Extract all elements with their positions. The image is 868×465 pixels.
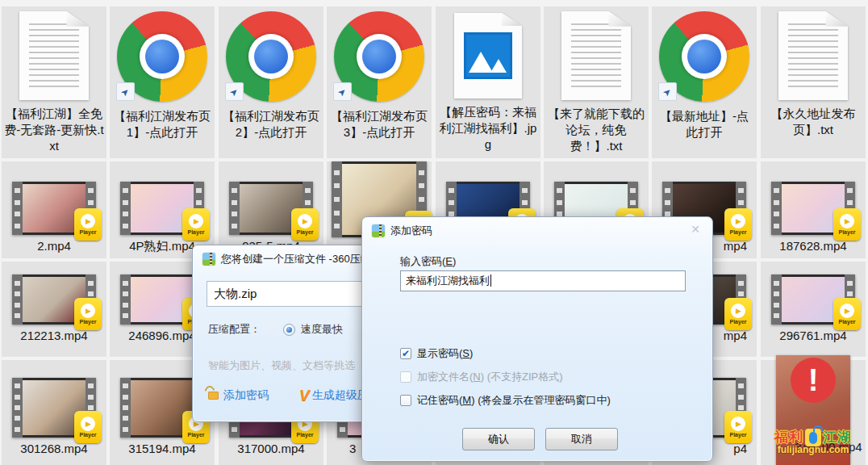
- player-badge[interactable]: ▶Player: [74, 411, 102, 443]
- film-sprocket-hole: [774, 224, 779, 228]
- desktop-file-tile[interactable]: 【解压密码：来福利江湖找福利】.jpg: [436, 6, 540, 158]
- file-name: 【解压密码：来福利江湖找福利】.jpg: [436, 104, 540, 153]
- film-thumbnail[interactable]: ▶Player: [229, 182, 313, 235]
- checkbox-row-1[interactable]: 加密文件名(N) (不支持ZIP格式): [400, 370, 611, 384]
- checkbox-row-0[interactable]: ✔显示密码(S): [400, 346, 611, 361]
- film-sprocket-hole: [15, 395, 20, 400]
- checkbox-label: 显示密码(S): [417, 346, 473, 361]
- film-sprocket-hole: [738, 383, 744, 388]
- desktop-file-tile[interactable]: ➤【福利江湖发布页2】-点此打开: [219, 6, 323, 158]
- player-badge[interactable]: ▶Player: [833, 298, 861, 330]
- play-icon: ▶: [731, 214, 745, 228]
- film-sprocket-hole: [847, 200, 853, 205]
- checkbox-label: 加密文件名(N) (不支持ZIP格式): [417, 370, 563, 384]
- video-file-tile[interactable]: !340700.mp4福利江湖fulijianghu.com: [761, 360, 866, 465]
- mouse-icon: [805, 429, 821, 446]
- 360zip-icon: [202, 253, 215, 266]
- film-sprocket-hole: [88, 383, 94, 388]
- play-icon: ▶: [840, 214, 854, 228]
- film-sprocket-hole: [522, 188, 528, 193]
- checkbox-row-2[interactable]: 记住密码(M) (将会显示在管理密码窗口中): [400, 393, 611, 408]
- film-sprocket-hole: [123, 427, 128, 432]
- desktop-file-tile[interactable]: ➤【福利江湖发布页3】-点此打开: [327, 6, 432, 158]
- desktop-file-tile[interactable]: 【来了就能下载的论坛，纯免费！】.txt: [544, 6, 649, 158]
- player-badge[interactable]: ▶Player: [291, 208, 319, 241]
- fastest-speed-radio[interactable]: [283, 324, 295, 336]
- 360zip-icon: [372, 224, 385, 237]
- film-sprocket-hole: [774, 212, 779, 216]
- film-sprocket-hole: [774, 303, 779, 308]
- film-sprocket-hole: [88, 281, 94, 286]
- film-sprocket-hole: [123, 395, 128, 400]
- checkbox[interactable]: ✔: [400, 348, 411, 359]
- checkbox[interactable]: [400, 395, 411, 406]
- video-file-tile[interactable]: ▶Player2.mp4: [2, 161, 106, 258]
- film-sprocket-hole: [630, 188, 636, 193]
- checkbox[interactable]: [400, 371, 411, 383]
- close-icon[interactable]: ✕: [689, 222, 702, 237]
- film-sprocket-hole: [449, 188, 454, 193]
- film-sprocket-hole: [196, 200, 202, 205]
- player-badge[interactable]: ▶Player: [833, 208, 861, 241]
- film-strip-edge: [120, 182, 131, 235]
- desktop-file-tile[interactable]: 【福利江湖】全免费-无套路-更新快.txt: [2, 6, 106, 158]
- film-sprocket-hole: [419, 183, 424, 188]
- film-sprocket-hole: [738, 188, 744, 193]
- film-thumbnail[interactable]: ▶Player: [771, 182, 855, 235]
- lock-icon: [208, 392, 219, 400]
- player-badge-label: Player: [729, 319, 746, 325]
- film-sprocket-hole: [196, 188, 202, 193]
- password-input[interactable]: 来福利江湖找福利: [400, 270, 686, 291]
- player-badge[interactable]: ▶Player: [724, 411, 752, 443]
- desktop-file-tile[interactable]: ➤【最新地址】-点此打开: [652, 6, 757, 158]
- film-sprocket-hole: [334, 211, 340, 216]
- play-icon: ▶: [81, 417, 95, 431]
- film-sprocket-hole: [15, 383, 20, 388]
- confirm-button[interactable]: 确认: [462, 428, 535, 450]
- film-sprocket-hole: [774, 200, 779, 205]
- player-badge[interactable]: ▶Player: [182, 208, 210, 241]
- player-badge[interactable]: ▶Player: [724, 208, 752, 241]
- video-file-tile[interactable]: ▶Player935-5.mp4: [219, 161, 323, 258]
- video-file-tile[interactable]: ▶Player4P熟妇.mp4: [110, 161, 215, 258]
- play-icon: ▶: [81, 304, 95, 318]
- player-badge-label: Player: [296, 432, 313, 438]
- shortcut-arrow-icon: ➤: [225, 82, 244, 101]
- text-caret: [490, 274, 491, 287]
- txt-file-icon: [778, 11, 848, 100]
- film-thumbnail[interactable]: ▶Player: [12, 274, 96, 325]
- player-badge[interactable]: ▶Player: [74, 298, 102, 330]
- film-sprocket-hole: [123, 303, 128, 308]
- player-badge-label: Player: [729, 229, 746, 235]
- video-file-tile[interactable]: ▶Player301268.mp4: [2, 360, 106, 465]
- player-badge[interactable]: ▶Player: [724, 298, 752, 330]
- film-thumbnail[interactable]: ▶Player: [12, 378, 96, 438]
- file-name: 【福利江湖发布页1】-点此打开: [110, 108, 215, 140]
- film-sprocket-hole: [738, 281, 744, 286]
- film-strip-edge: [12, 182, 23, 235]
- film-sprocket-hole: [738, 405, 744, 410]
- video-file-tile[interactable]: ▶Player212213.mp4: [2, 262, 106, 357]
- add-password-link[interactable]: 添加密码: [223, 388, 269, 403]
- desktop-file-tile[interactable]: ➤【福利江湖发布页1】-点此打开: [110, 6, 215, 158]
- desktop-file-tile[interactable]: 【永久地址发布页】.txt: [761, 6, 866, 158]
- film-sprocket-hole: [334, 224, 340, 228]
- video-file-tile[interactable]: ▶Player296761.mp4: [761, 262, 866, 357]
- film-sprocket-hole: [123, 416, 128, 421]
- cancel-button[interactable]: 取消: [545, 428, 618, 450]
- super-zip-v-icon: V: [299, 388, 310, 403]
- film-thumbnail[interactable]: ▶Player: [771, 274, 855, 325]
- chrome-shortcut-icon: ➤: [333, 10, 425, 103]
- player-badge[interactable]: ▶Player: [74, 208, 102, 241]
- film-strip-edge: [120, 274, 131, 325]
- film-thumbnail[interactable]: ▶Player: [120, 182, 204, 235]
- player-badge-label: Player: [296, 229, 313, 235]
- video-file-tile[interactable]: ▶Player187628.mp4: [761, 161, 866, 258]
- film-thumbnail[interactable]: ▶Player: [12, 182, 96, 235]
- player-badge-label: Player: [187, 432, 204, 438]
- film-sprocket-hole: [88, 291, 94, 296]
- film-sprocket-hole: [15, 303, 20, 308]
- player-badge-label: Player: [79, 432, 96, 438]
- player-badge-label: Player: [838, 229, 855, 235]
- film-sprocket-hole: [774, 188, 779, 193]
